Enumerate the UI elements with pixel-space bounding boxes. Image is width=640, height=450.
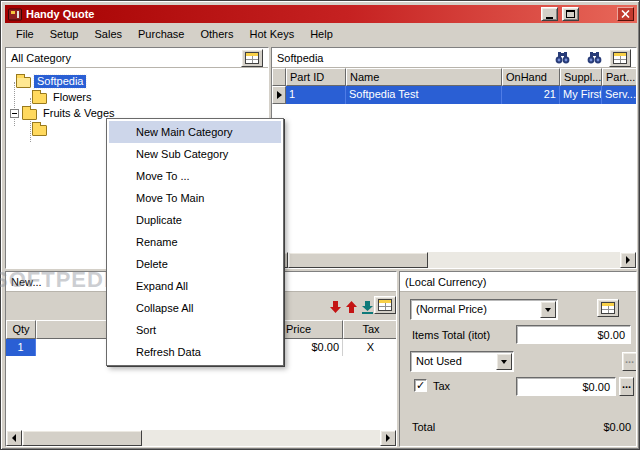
totals-panel-header: (Local Currency) <box>400 272 636 292</box>
parts-panel-header: Softpedia <box>272 48 636 68</box>
menu-item-setup[interactable]: Setup <box>42 24 87 45</box>
menu-move-to[interactable]: Move To ... <box>109 165 281 187</box>
menu-item-help[interactable]: Help <box>302 24 341 45</box>
quote-panel-title: New... <box>11 276 42 288</box>
tax-field[interactable]: $0.00 <box>516 377 616 396</box>
current-row-arrow-icon <box>277 91 282 99</box>
category-panel-title: All Category <box>11 52 71 64</box>
grid-settings-icon <box>613 52 627 64</box>
tax-checkbox[interactable]: ✓ <box>414 379 427 392</box>
handy-quote-window: Handy Quote File Setup Sales Purchase Ot… <box>0 0 640 450</box>
menu-collapse-all[interactable]: Collapse All <box>109 297 281 319</box>
menu-refresh-data[interactable]: Refresh Data <box>109 341 281 363</box>
discount-more-button[interactable]: ... <box>622 352 637 371</box>
teal-arrow-down-bar-icon <box>362 301 373 314</box>
scroll-right-icon <box>386 434 390 442</box>
col-qty[interactable]: Qty <box>6 320 36 339</box>
grid-settings-icon <box>245 52 259 64</box>
move-to-bottom-button[interactable] <box>361 300 373 314</box>
menu-duplicate[interactable]: Duplicate <box>109 209 281 231</box>
scroll-right-button[interactable] <box>380 430 396 446</box>
maximize-icon <box>566 10 575 18</box>
scrollbar-thumb[interactable] <box>288 252 428 268</box>
quote-grid-body <box>6 356 396 430</box>
app-icon <box>8 8 22 21</box>
menu-item-sales[interactable]: Sales <box>86 24 130 45</box>
scrollbar-track[interactable] <box>428 252 620 268</box>
parts-grid-row[interactable]: 1 Softpedia Test 21 My First Serv... <box>272 86 636 104</box>
menu-item-others[interactable]: Others <box>193 24 242 45</box>
menu-expand-all[interactable]: Expand All <box>109 275 281 297</box>
menu-new-main-category[interactable]: New Main Category <box>109 121 281 143</box>
menu-sort[interactable]: Sort <box>109 319 281 341</box>
price-mode-combo[interactable]: (Normal Price) <box>410 299 558 320</box>
scroll-left-button[interactable] <box>6 430 22 446</box>
binoculars-find-next-icon <box>587 51 602 64</box>
cell-part: Serv... <box>602 86 636 104</box>
tree-item-flowers[interactable]: Flowers <box>6 89 268 105</box>
menu-item-purchase[interactable]: Purchase <box>130 24 192 45</box>
scrollbar-thumb[interactable] <box>22 430 142 446</box>
combo-drop-button[interactable] <box>496 353 512 370</box>
discount-mode-combo[interactable]: Not Used <box>410 351 514 372</box>
minimize-icon <box>546 17 553 19</box>
quote-grid-button[interactable] <box>374 296 396 314</box>
folder-icon <box>32 93 47 104</box>
parts-grid-header: Part ID Name OnHand Suppl... Part... <box>272 68 636 86</box>
scroll-right-icon <box>626 256 630 264</box>
totals-panel-title: (Local Currency) <box>405 276 486 288</box>
totals-panel: (Local Currency) (Normal Price) Items To… <box>399 271 637 447</box>
col-part[interactable]: Part... <box>602 68 636 86</box>
col-supplier[interactable]: Suppl... <box>560 68 602 86</box>
close-icon <box>621 10 630 18</box>
chevron-down-icon <box>501 360 507 364</box>
tax-label: Tax <box>433 380 450 392</box>
scrollbar-track[interactable] <box>142 430 380 446</box>
parts-grid-button[interactable] <box>609 49 631 67</box>
scroll-right-button[interactable] <box>620 252 636 268</box>
menu-rename[interactable]: Rename <box>109 231 281 253</box>
tax-more-button[interactable]: ... <box>619 377 634 396</box>
grid-settings-icon <box>601 302 615 314</box>
parts-panel-title: Softpedia <box>277 52 323 64</box>
totals-grid-button[interactable] <box>597 299 619 317</box>
tree-item-softpedia[interactable]: Softpedia <box>6 73 268 89</box>
cell-name: Softpedia Test <box>346 86 502 104</box>
cell-supplier: My First <box>560 86 602 104</box>
maximize-button[interactable] <box>562 7 579 21</box>
menu-new-sub-category[interactable]: New Sub Category <box>109 143 281 165</box>
red-arrow-down-icon <box>330 301 341 313</box>
menubar: File Setup Sales Purchase Others Hot Key… <box>5 24 637 45</box>
menu-item-hotkeys[interactable]: Hot Keys <box>242 24 303 45</box>
category-panel-header: All Category <box>6 48 268 68</box>
category-grid-button[interactable] <box>241 49 263 67</box>
col-part-id[interactable]: Part ID <box>286 68 346 86</box>
folder-icon <box>22 109 37 120</box>
find-next-button[interactable] <box>585 50 603 66</box>
collapse-minus-icon[interactable] <box>10 109 19 118</box>
total-label: Total <box>412 421 435 433</box>
combo-drop-button[interactable] <box>540 301 556 318</box>
move-down-button[interactable] <box>329 300 341 314</box>
cell-qty: 1 <box>6 339 36 356</box>
indicator-column-header <box>272 68 286 86</box>
tree-item-label: Flowers <box>50 91 95 104</box>
titlebar: Handy Quote <box>5 5 637 23</box>
current-row-indicator <box>272 86 286 104</box>
category-context-menu: New Main Category New Sub Category Move … <box>106 118 284 366</box>
menu-delete[interactable]: Delete <box>109 253 281 275</box>
find-button[interactable] <box>553 50 571 66</box>
move-up-button[interactable] <box>345 300 357 314</box>
col-name[interactable]: Name <box>346 68 502 86</box>
minimize-button[interactable] <box>541 7 558 21</box>
col-tax[interactable]: Tax <box>343 320 397 339</box>
parts-horizontal-scrollbar <box>272 252 636 268</box>
close-button[interactable] <box>617 7 634 21</box>
items-total-field[interactable]: $0.00 <box>516 325 631 344</box>
menu-move-to-main[interactable]: Move To Main <box>109 187 281 209</box>
col-onhand[interactable]: OnHand <box>502 68 560 86</box>
scroll-left-icon <box>12 434 16 442</box>
cell-tax: X <box>343 339 397 356</box>
menu-item-file[interactable]: File <box>8 24 42 45</box>
chevron-down-icon <box>545 308 551 312</box>
